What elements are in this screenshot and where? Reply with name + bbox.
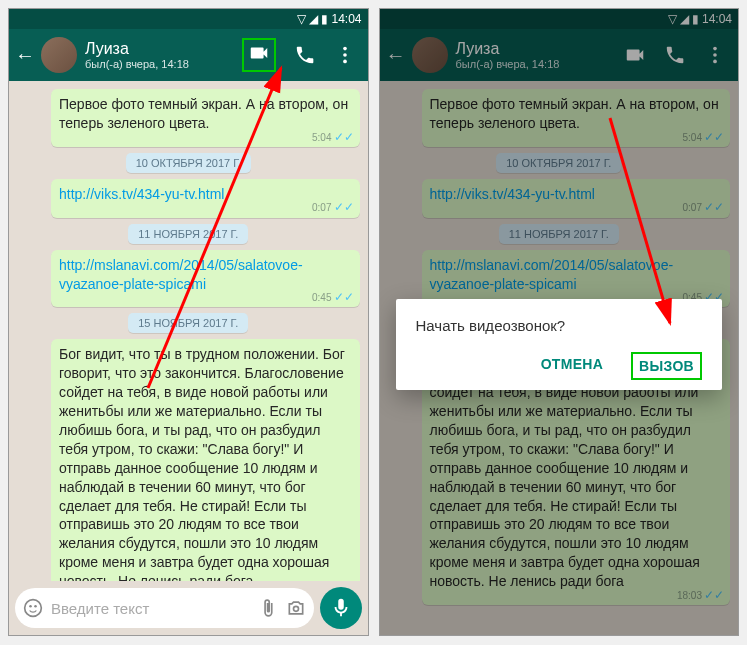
input-bar: Введите текст [9,581,368,635]
date-separator: 11 НОЯБРЯ 2017 Г. [128,224,248,244]
dialog-title: Начать видеозвонок? [416,317,703,334]
contact-name: Луиза [85,40,242,58]
menu-dots-icon[interactable] [334,44,356,66]
call-button[interactable]: ВЫЗОВ [631,352,702,380]
signal-icon: ◢ [309,12,318,26]
mic-icon [330,597,352,619]
emoji-icon[interactable] [23,598,43,618]
clock-text: 14:04 [331,12,361,26]
read-tick-icon: ✓✓ [334,130,354,144]
avatar[interactable] [41,37,77,73]
placeholder-text: Введите текст [51,600,250,617]
message-bubble[interactable]: Первое фото темный экран. А на втором, о… [51,89,360,147]
back-arrow-icon[interactable]: ← [15,44,35,67]
svg-point-2 [343,60,347,64]
statusbar: ▽ ◢ ▮ 14:04 [9,9,368,29]
svg-point-1 [343,53,347,57]
message-bubble[interactable]: http://mslanavi.com/2014/05/salatovoe-vy… [51,250,360,308]
svg-point-3 [25,600,42,617]
chat-header[interactable]: ← Луиза был(-а) вчера, 14:18 [9,29,368,81]
message-input[interactable]: Введите текст [15,588,314,628]
video-call-dialog: Начать видеозвонок? ОТМЕНА ВЫЗОВ [396,299,723,390]
chat-body[interactable]: Первое фото темный экран. А на втором, о… [9,81,368,581]
battery-icon: ▮ [321,12,328,26]
svg-point-6 [293,606,298,611]
cancel-button[interactable]: ОТМЕНА [535,352,609,380]
last-seen: был(-а) вчера, 14:18 [85,58,242,70]
wifi-icon: ▽ [297,12,306,26]
camera-icon[interactable] [286,598,306,618]
attach-icon[interactable] [258,598,278,618]
read-tick-icon: ✓✓ [334,200,354,214]
svg-point-5 [34,605,37,608]
message-bubble[interactable]: http://viks.tv/434-yu-tv.html 0:07✓✓ [51,179,360,218]
mic-button[interactable] [320,587,362,629]
read-tick-icon: ✓✓ [334,290,354,304]
video-call-button[interactable] [242,38,276,72]
svg-point-0 [343,47,347,51]
phone-screen-left: ▽ ◢ ▮ 14:04 ← Луиза был(-а) вчера, 14:18… [8,8,369,636]
contact-info[interactable]: Луиза был(-а) вчера, 14:18 [85,40,242,70]
video-camera-icon [248,42,270,64]
date-separator: 15 НОЯБРЯ 2017 Г. [128,313,248,333]
date-separator: 10 ОКТЯБРЯ 2017 Г. [126,153,251,173]
svg-point-4 [29,605,32,608]
phone-screen-right: ▽ ◢ ▮ 14:04 ← Луиза был(-а) вчера, 14:18… [379,8,740,636]
voice-call-icon[interactable] [294,44,316,66]
message-bubble[interactable]: Бог видит, что ты в трудном положении. Б… [51,339,360,581]
